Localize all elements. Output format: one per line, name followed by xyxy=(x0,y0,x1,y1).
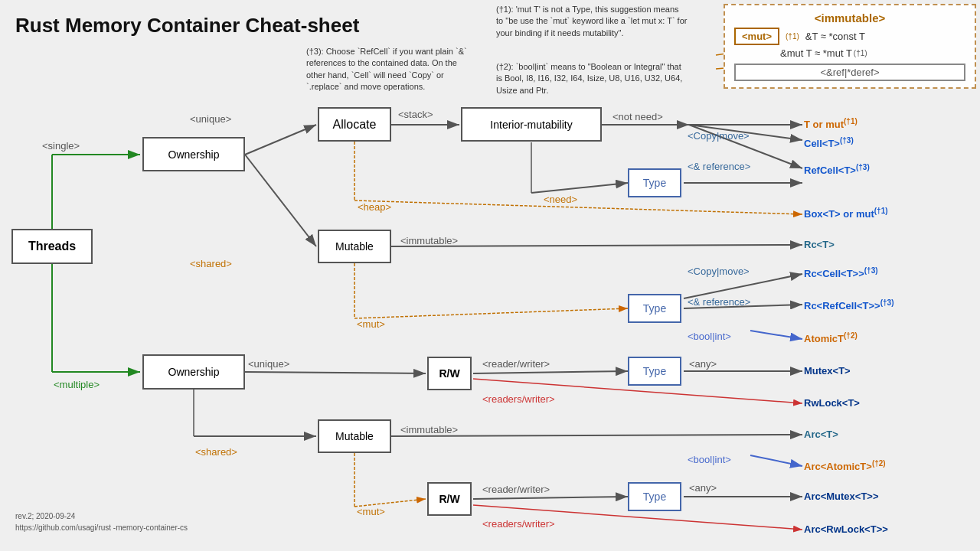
mut-label: <mut> xyxy=(734,28,779,45)
bool-int2-label: <bool|int> xyxy=(688,454,731,465)
mut1-label: <mut> xyxy=(357,318,385,330)
footer-url: https://github.com/usagi/rust -memory-co… xyxy=(15,523,188,532)
page-title: Rust Memory Container Cheat-sheet xyxy=(15,14,359,37)
svg-line-38 xyxy=(473,497,628,499)
not-need-label: <not need> xyxy=(612,111,663,122)
result-mutex: Mutex<T> xyxy=(804,365,851,377)
imm-row2-sup: (†1) xyxy=(854,49,867,57)
ownership1-node: Ownership xyxy=(142,137,245,171)
mut-sup: (†1) xyxy=(786,32,799,41)
footer-rev: rev.2; 2020-09-24 xyxy=(15,512,75,520)
shared1-label: <shared> xyxy=(190,258,232,269)
immutable2-label: <immutable> xyxy=(400,424,458,435)
result-t-or-mut: T or mut(†1) xyxy=(804,117,858,130)
single-label: <single> xyxy=(42,140,80,152)
shared2-label: <shared> xyxy=(195,446,237,458)
result-arc: Arc<T> xyxy=(804,429,838,440)
svg-line-19 xyxy=(531,183,628,193)
bool-int1-label: <bool|int> xyxy=(688,331,731,342)
result-cell: Cell<T>(†3) xyxy=(804,136,854,149)
copy-move2-label: <Copy|move> xyxy=(688,266,750,277)
svg-line-30 xyxy=(473,371,628,373)
unique2-label: <unique> xyxy=(248,358,289,370)
readers-writer2-label: <readers/writer> xyxy=(482,518,555,530)
type3-node: Type xyxy=(628,357,681,386)
imm-row2-eq: &mut T ≈ *mut T xyxy=(780,47,852,59)
result-arc-mutex: Arc<Mutex<T>> xyxy=(804,491,879,502)
result-rc-cell: Rc<Cell<T>>(†3) xyxy=(804,266,878,279)
result-arc-rwlock: Arc<RwLock<T>> xyxy=(804,523,888,535)
type1-node: Type xyxy=(628,168,681,197)
any1-label: <any> xyxy=(689,358,717,370)
type4-node: Type xyxy=(628,482,681,511)
footnote2: (†2): `bool|int` means to "Boolean or In… xyxy=(496,61,688,96)
imm-ref-label: <&ref|*deref> xyxy=(734,64,965,81)
need-label: <need> xyxy=(544,194,577,205)
unique1-label: <unique> xyxy=(190,113,231,125)
svg-line-22 xyxy=(354,201,802,214)
result-box: Box<T> or mut(†1) xyxy=(804,207,888,220)
svg-line-11 xyxy=(245,125,316,155)
multiple-label: <multiple> xyxy=(54,379,100,390)
threads-node: Threads xyxy=(11,229,93,264)
heap-label: <heap> xyxy=(358,201,391,213)
result-rc-refcell: Rc<RefCell<T>>(†3) xyxy=(804,298,894,311)
footnote1: (†1): 'mut T' is not a Type, this sugges… xyxy=(496,4,688,39)
copy-move1-label: <Copy|move> xyxy=(688,130,750,142)
reader-writer1-label: <reader/writer> xyxy=(482,358,550,370)
result-rwlock: RwLock<T> xyxy=(804,397,860,409)
allocate-node: Allocate xyxy=(318,107,391,142)
rw1-node: R/W xyxy=(427,357,472,390)
svg-line-29 xyxy=(245,372,426,373)
and-ref1-label: <& reference> xyxy=(688,161,750,172)
rw2-node: R/W xyxy=(427,482,472,516)
svg-line-25 xyxy=(354,308,628,318)
result-arc-atomic: Arc<AtomicT>(†2) xyxy=(804,459,886,472)
type2-node: Type xyxy=(628,294,681,323)
stack-label: <stack> xyxy=(398,109,433,120)
mut2-label: <mut> xyxy=(357,506,385,517)
svg-line-12 xyxy=(245,155,316,246)
mutable2-node: Mutable xyxy=(318,419,391,453)
footnote3: (†3): Choose `RefCell` if you want plain… xyxy=(306,46,475,93)
immutable-title: <immutable> xyxy=(734,11,965,24)
result-atomic: AtomicT(†2) xyxy=(804,331,858,344)
ownership2-node: Ownership xyxy=(142,354,245,390)
readers-writer1-label: <readers/writer> xyxy=(482,393,555,405)
result-refcell: RefCell<T>(†3) xyxy=(804,163,870,176)
svg-line-41 xyxy=(750,455,802,466)
imm-row1-eq: &T ≈ *const T xyxy=(805,31,865,42)
reader-writer2-label: <reader/writer> xyxy=(482,484,550,495)
svg-line-28 xyxy=(750,331,802,339)
result-rc: Rc<T> xyxy=(804,239,835,250)
any2-label: <any> xyxy=(689,482,717,494)
immutable1-label: <immutable> xyxy=(400,235,458,246)
svg-line-26 xyxy=(684,274,802,298)
interior-mutability-node: Interior-mutability xyxy=(461,107,602,142)
and-ref2-label: <& reference> xyxy=(688,296,750,308)
mutable1-node: Mutable xyxy=(318,230,391,263)
immutable-reference-box: <immutable> <mut> (†1) &T ≈ *const T &mu… xyxy=(724,4,976,89)
